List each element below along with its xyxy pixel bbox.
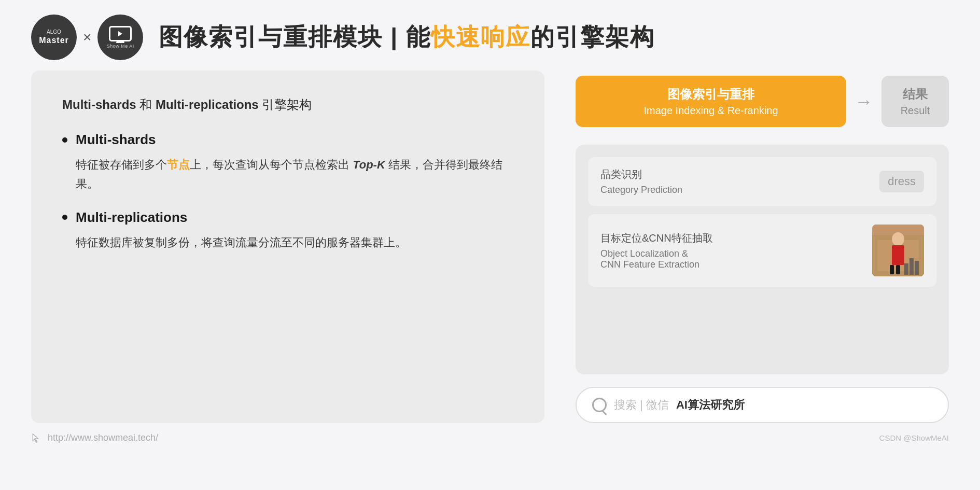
showme-ai-label: Show Me AI <box>107 44 134 49</box>
flow-zh-result: 结果 <box>897 86 933 103</box>
logo-area: ALGO Master × Show Me AI <box>31 15 143 60</box>
page-title: 图像索引与重排模块 | 能快速响应的引擎架构 <box>159 21 949 53</box>
footer-credit: CSDN @ShowMeAI <box>879 433 949 442</box>
right-panel: 图像索引与重排 Image Indexing & Re-ranking → 结果… <box>576 71 949 423</box>
bullet-title-multireplications: Multi-replications <box>62 209 513 226</box>
category-zh: 品类识别 <box>600 167 682 181</box>
svg-rect-9 <box>909 258 914 275</box>
svg-point-4 <box>892 232 904 246</box>
left-panel: Multi-shards 和 Multi-replications 引擎架构 M… <box>31 71 544 423</box>
flow-box-result: 结果 Result <box>881 76 949 127</box>
flow-diagram: 图像索引与重排 Image Indexing & Re-ranking → 结果… <box>576 71 949 132</box>
cnn-zh: 目标定位&CNN特征抽取 <box>600 231 713 245</box>
person-image <box>872 225 924 276</box>
footer-url: http://www.showmeai.tech/ <box>48 432 158 443</box>
svg-rect-10 <box>915 261 919 275</box>
bullet-dot-1 <box>62 137 67 143</box>
search-brand: AI算法研究所 <box>676 397 745 413</box>
brand-label: 算法研究所 <box>688 398 745 411</box>
footer-left: http://www.showmeai.tech/ <box>31 432 158 443</box>
flow-en-indexing: Image Indexing & Re-ranking <box>596 105 825 117</box>
showme-screen-icon <box>109 26 132 41</box>
title-suffix: 的引擎架构 <box>530 23 655 50</box>
category-en: Category Prediction <box>600 185 682 195</box>
multishards-label: Multi-shards <box>76 132 156 148</box>
search-bar[interactable]: 搜索 | 微信 AI算法研究所 <box>576 387 949 423</box>
and-text: 和 <box>139 97 156 111</box>
topk-text: Top-K <box>353 158 385 171</box>
bullet-item-multireplications: Multi-replications 特征数据库被复制多份，将查询流量分流至不同… <box>62 209 513 252</box>
cursor-icon <box>31 433 41 443</box>
person-svg <box>872 225 924 276</box>
svg-rect-6 <box>890 265 894 274</box>
svg-rect-7 <box>896 265 900 274</box>
showme-logo: Show Me AI <box>97 15 143 60</box>
algo-text: ALGO <box>47 29 61 35</box>
algo-master-logo: ALGO Master <box>31 15 77 60</box>
flow-en-result: Result <box>897 105 933 117</box>
category-text: 品类识别 Category Prediction <box>600 167 682 195</box>
multireplications-desc: 特征数据库被复制多份，将查询流量分流至不同的服务器集群上。 <box>62 233 513 252</box>
process-card-category: 品类识别 Category Prediction dress <box>588 157 936 206</box>
engine-suffix: 引擎架构 <box>262 97 312 111</box>
flow-box-indexing: 图像索引与重排 Image Indexing & Re-ranking <box>576 76 846 127</box>
svg-rect-8 <box>904 263 908 275</box>
main-content: Multi-shards 和 Multi-replications 引擎架构 M… <box>0 71 980 423</box>
search-icon <box>592 398 607 412</box>
process-card-cnn: 目标定位&CNN特征抽取 Object Localization &CNN Fe… <box>588 214 936 287</box>
bullet-title-multishards: Multi-shards <box>62 132 513 148</box>
header: ALGO Master × Show Me AI 图像索引与重排模块 | 能快速… <box>0 0 980 71</box>
processing-section: 品类识别 Category Prediction dress 目标定位&CNN特… <box>576 145 949 374</box>
svg-marker-0 <box>118 31 122 36</box>
flow-arrow-icon: → <box>855 91 873 113</box>
bullet-item-multishards: Multi-shards 特征被存储到多个节点上，每次查询从每个节点检索出 To… <box>62 132 513 194</box>
cnn-en: Object Localization &CNN Feature Extract… <box>600 248 713 270</box>
bullet-section: Multi-shards 特征被存储到多个节点上，每次查询从每个节点检索出 To… <box>62 132 513 252</box>
times-symbol: × <box>83 29 91 46</box>
title-prefix: 图像索引与重排模块 | 能 <box>159 23 430 50</box>
multireplications-label: Multi-replications <box>76 209 187 226</box>
footer: http://www.showmeai.tech/ CSDN @ShowMeAI <box>0 423 980 453</box>
footer-right: CSDN @ShowMeAI <box>879 433 949 442</box>
svg-rect-5 <box>892 245 904 265</box>
multi-replications-title-ref: Multi-replications <box>156 97 259 111</box>
cnn-text: 目标定位&CNN特征抽取 Object Localization &CNN Fe… <box>600 231 713 270</box>
orange-node-text: 节点 <box>167 158 190 171</box>
play-icon <box>117 30 124 37</box>
title-highlight: 快速响应 <box>431 23 530 50</box>
panel-subtitle: Multi-shards 和 Multi-replications 引擎架构 <box>62 96 513 113</box>
bullet-dot-2 <box>62 215 67 220</box>
search-divider-text: 搜索 | 微信 <box>614 397 669 413</box>
ai-label: AI <box>676 398 688 411</box>
flow-zh-indexing: 图像索引与重排 <box>596 86 825 103</box>
category-result: dress <box>879 171 924 192</box>
multi-shards-title-ref: Multi-shards <box>62 97 136 111</box>
master-text: Master <box>39 35 69 45</box>
multishards-desc: 特征被存储到多个节点上，每次查询从每个节点检索出 Top-K 结果，合并得到最终… <box>62 155 513 194</box>
